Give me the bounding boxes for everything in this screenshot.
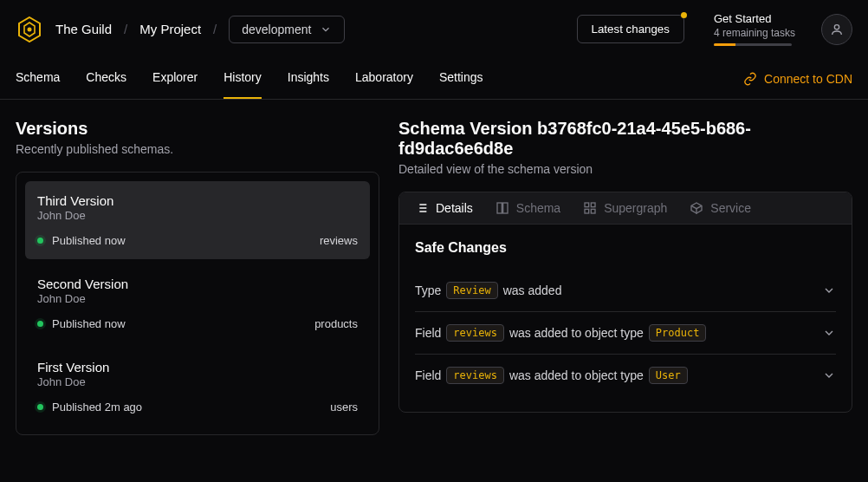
breadcrumb: The Guild / My Project /	[55, 22, 217, 36]
version-title: First Version	[37, 360, 358, 375]
change-text-part: was added	[503, 283, 562, 297]
version-status: Published now	[52, 234, 126, 247]
nav-tab-laboratory[interactable]: Laboratory	[355, 58, 413, 99]
user-avatar-button[interactable]	[821, 14, 852, 45]
svg-rect-12	[585, 203, 589, 207]
status-dot-icon	[37, 321, 43, 327]
supergraph-icon	[583, 201, 597, 215]
notification-dot-icon	[681, 12, 687, 18]
detail-tab-label: Schema	[516, 201, 560, 215]
detail-tab-service[interactable]: Service	[690, 201, 751, 215]
get-started-title: Get Started	[714, 12, 795, 25]
change-text-part: Field	[415, 326, 441, 340]
change-row[interactable]: Fieldreviewswas added to object typeProd…	[415, 312, 836, 355]
detail-tab-schema[interactable]: Schema	[496, 201, 560, 215]
detail-tab-label: Supergraph	[604, 201, 667, 215]
version-item[interactable]: First VersionJohn DoePublished 2m agouse…	[25, 348, 370, 426]
breadcrumb-org[interactable]: The Guild	[55, 22, 112, 36]
nav-tab-checks[interactable]: Checks	[86, 58, 126, 99]
status-dot-icon	[37, 238, 43, 244]
version-tag: products	[314, 317, 358, 330]
version-author: John Doe	[37, 292, 358, 305]
user-icon	[830, 23, 844, 36]
detail-tab-label: Service	[710, 201, 751, 215]
code-pill: User	[649, 367, 688, 384]
breadcrumb-separator: /	[213, 22, 217, 36]
change-text: Fieldreviewswas added to object typeProd…	[415, 324, 706, 342]
schema-version-subtitle: Detailed view of the schema version	[398, 162, 852, 176]
version-author: John Doe	[37, 209, 358, 222]
version-item[interactable]: Second VersionJohn DoePublished nowprodu…	[25, 264, 370, 342]
breadcrumb-project[interactable]: My Project	[139, 22, 201, 36]
version-tag: reviews	[320, 234, 358, 247]
detail-tab-details[interactable]: Details	[415, 201, 473, 215]
code-pill: Product	[649, 324, 707, 342]
chevron-down-icon	[822, 368, 836, 382]
breadcrumb-separator: /	[124, 22, 127, 36]
change-text-part: was added to object type	[509, 326, 644, 340]
detail-tab-label: Details	[436, 201, 473, 215]
service-icon	[690, 201, 703, 215]
version-title: Third Version	[37, 193, 358, 208]
link-icon	[743, 72, 757, 86]
version-item[interactable]: Third VersionJohn DoePublished nowreview…	[25, 181, 370, 259]
code-pill: reviews	[446, 324, 504, 342]
version-tag: users	[330, 401, 358, 414]
code-pill: Review	[446, 282, 497, 299]
versions-title: Versions	[16, 119, 379, 139]
versions-subtitle: Recently published schemas.	[16, 142, 379, 156]
versions-list: Third VersionJohn DoePublished nowreview…	[16, 172, 379, 435]
svg-rect-14	[585, 209, 589, 213]
version-status: Published now	[52, 317, 126, 330]
change-text-part: was added to object type	[509, 368, 644, 382]
chevron-down-icon	[822, 283, 836, 297]
detail-tabs: DetailsSchemaSupergraphService	[399, 192, 852, 225]
environment-label: development	[242, 23, 311, 36]
code-pill: reviews	[446, 367, 504, 384]
svg-rect-11	[502, 203, 507, 213]
latest-changes-button[interactable]: Latest changes	[577, 15, 684, 43]
change-text-part: Field	[415, 368, 441, 382]
chevron-down-icon	[822, 326, 836, 340]
get-started-subtitle: 4 remaining tasks	[714, 27, 795, 39]
logo[interactable]	[16, 16, 43, 43]
nav-tab-settings[interactable]: Settings	[439, 58, 483, 99]
schema-icon	[496, 201, 509, 215]
chevron-down-icon	[320, 23, 332, 36]
change-text: Fieldreviewswas added to object typeUser	[415, 367, 688, 384]
main-nav: SchemaChecksExplorerHistoryInsightsLabor…	[0, 58, 868, 100]
detail-tab-supergraph[interactable]: Supergraph	[583, 201, 667, 215]
version-title: Second Version	[37, 277, 358, 291]
connect-to-cdn-label: Connect to CDN	[764, 72, 852, 86]
svg-rect-15	[591, 209, 595, 213]
get-started-panel[interactable]: Get Started 4 remaining tasks	[714, 12, 795, 46]
safe-changes-title: Safe Changes	[415, 240, 836, 256]
schema-version-title: Schema Version b3768fc0-21a4-45e5-b686-f…	[398, 119, 852, 159]
svg-rect-10	[497, 203, 502, 213]
change-row[interactable]: TypeReviewwas added	[415, 270, 836, 312]
get-started-progress	[714, 43, 792, 46]
nav-tab-schema[interactable]: Schema	[16, 58, 60, 99]
svg-point-2	[28, 27, 32, 31]
change-row[interactable]: Fieldreviewswas added to object typeUser	[415, 355, 836, 396]
nav-tab-history[interactable]: History	[223, 58, 262, 99]
svg-point-3	[834, 24, 839, 29]
version-author: John Doe	[37, 375, 358, 388]
version-status: Published 2m ago	[52, 401, 142, 414]
details-icon	[415, 201, 429, 215]
environment-dropdown[interactable]: development	[229, 16, 345, 43]
change-text: TypeReviewwas added	[415, 282, 561, 299]
status-dot-icon	[37, 404, 43, 410]
change-text-part: Type	[415, 283, 441, 297]
nav-tab-insights[interactable]: Insights	[288, 58, 329, 99]
svg-rect-13	[591, 203, 595, 207]
nav-tab-explorer[interactable]: Explorer	[152, 58, 198, 99]
connect-to-cdn-link[interactable]: Connect to CDN	[743, 60, 852, 98]
